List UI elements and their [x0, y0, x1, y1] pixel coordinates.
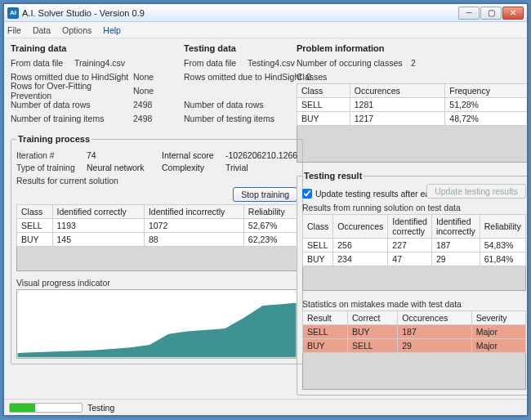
- tsd-numitems-label: Number of testing items: [184, 114, 306, 123]
- tp-iter-value: 74: [87, 150, 157, 160]
- mistakes-table: Result Correct Occurences Severity SELLB…: [302, 311, 526, 353]
- classes-table: Class Occurences Frequency SELL128151,28…: [297, 83, 528, 126]
- training-process-group: Training process Iteration # 74 Internal…: [11, 134, 303, 364]
- td-overfit-value: None: [133, 86, 174, 96]
- menu-data[interactable]: Data: [33, 25, 51, 35]
- td-rowsomitted-value: None: [133, 72, 174, 82]
- menu-options[interactable]: Options: [62, 25, 91, 35]
- table-empty-area: [297, 126, 528, 163]
- table-empty-area: [302, 353, 526, 390]
- training-process-title: Training process: [16, 134, 91, 144]
- table-row: BUY 145 88 62,23%: [17, 233, 297, 247]
- th-class: Class: [17, 205, 53, 219]
- table-empty-area: [16, 247, 297, 271]
- table-row: SELLBUY187Major: [303, 325, 526, 339]
- table-row: SELL25622718754,83%: [303, 239, 526, 252]
- stop-training-button[interactable]: Stop training: [233, 187, 297, 202]
- table-row: BUYSELL29Major: [303, 339, 526, 353]
- td-overfit-label: Rows for Over-Fitting Prevention: [11, 81, 133, 101]
- table-row: BUY234472961,84%: [303, 252, 526, 266]
- table-row: BUY121748,72%: [297, 112, 529, 126]
- tsd-fromfile-value: Testing4.csv: [248, 58, 288, 68]
- app-icon: AI: [7, 7, 19, 19]
- table-row: SELL128151,28%: [297, 98, 529, 112]
- pi-numclasses-value: 2: [411, 58, 416, 68]
- status-text: Testing: [87, 403, 114, 413]
- testing-result-group: Testing result Update testing results af…: [297, 171, 528, 395]
- titlebar[interactable]: AI A.I. Solver Studio - Version 0.9 ─ ▢ …: [4, 4, 527, 22]
- progress-chart: [16, 289, 297, 359]
- tsd-rowsomitted-label: Rows omitted due to HindSight: [184, 72, 306, 82]
- td-numitems-value: 2498: [133, 114, 174, 123]
- pi-classes-label: Classes: [297, 72, 528, 82]
- update-checkbox[interactable]: [302, 189, 312, 199]
- td-fromfile-value: Training4.csv: [74, 58, 115, 68]
- tp-score-label: Internal score: [162, 150, 221, 160]
- statusbar: Testing: [4, 399, 527, 415]
- window-title: A.I. Solver Studio - Version 0.9: [22, 8, 458, 18]
- th-rel: Reliability: [243, 205, 297, 219]
- maximize-button[interactable]: ▢: [480, 7, 502, 20]
- problem-info-title: Problem information: [297, 43, 528, 53]
- th-idc: Identified correctly: [52, 205, 144, 219]
- tp-complexity-value: Trivial: [225, 163, 248, 172]
- tp-type-label: Type of training: [16, 163, 82, 172]
- table-row: SELL 1193 1072 52,67%: [17, 219, 297, 233]
- tp-iter-label: Iteration #: [16, 150, 82, 160]
- menubar: File Data Options Help: [4, 22, 527, 38]
- tp-results-label: Results for current solution: [16, 176, 297, 185]
- mistakes-label: Statistics on mistakes made with test da…: [302, 299, 526, 309]
- table-empty-area: [302, 266, 526, 291]
- progress-bar: [9, 403, 83, 413]
- app-window: AI A.I. Solver Studio - Version 0.9 ─ ▢ …: [3, 3, 528, 416]
- td-fromfile-label: From data file: [11, 58, 74, 68]
- tp-score-value: -1026206210.1266: [225, 150, 297, 160]
- training-results-table: Class Identified correctly Identified in…: [16, 204, 297, 247]
- td-numitems-label: Number of training items: [11, 114, 133, 123]
- testing-result-title: Testing result: [302, 171, 364, 181]
- th-idi: Identified incorrectly: [144, 205, 243, 219]
- run-results-label: Results from running solution on test da…: [302, 203, 526, 212]
- test-results-table: Class Occurences Identified correctly Id…: [302, 214, 526, 266]
- pi-numclasses-label: Number of occuring classes: [297, 58, 411, 68]
- close-button[interactable]: ✕: [502, 7, 524, 20]
- tsd-fromfile-label: From data file: [184, 58, 248, 68]
- minimize-button[interactable]: ─: [458, 7, 480, 20]
- training-data-title: Training data: [11, 43, 174, 53]
- menu-file[interactable]: File: [7, 25, 21, 35]
- td-numrows-label: Number of data rows: [11, 100, 133, 109]
- visual-progress-label: Visual progress indicator: [16, 278, 297, 288]
- update-testing-button: Update testing results: [426, 184, 526, 199]
- tp-complexity-label: Complexity: [162, 163, 221, 172]
- td-numrows-value: 2498: [133, 100, 174, 109]
- tp-type-value: Neural network: [87, 163, 157, 172]
- menu-help[interactable]: Help: [103, 25, 121, 35]
- tsd-numrows-label: Number of data rows: [184, 100, 306, 109]
